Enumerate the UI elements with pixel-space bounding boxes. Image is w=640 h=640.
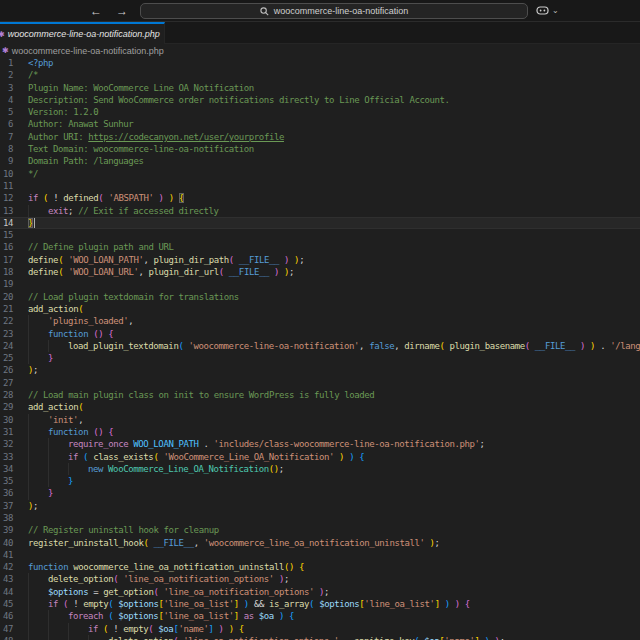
line-number[interactable]: 17 <box>0 254 13 266</box>
code-line[interactable]: 38 <box>0 512 640 524</box>
code-line[interactable]: 26); <box>0 364 640 376</box>
code-line[interactable]: 23function () { <box>0 328 640 340</box>
line-number[interactable]: 1 <box>0 57 13 69</box>
code-line[interactable]: 29add_action( <box>0 401 640 413</box>
code-line[interactable]: 11 <box>0 180 640 192</box>
line-number[interactable]: 7 <box>0 131 13 143</box>
code-line[interactable]: 16// Define plugin path and URL <box>0 241 640 253</box>
code-line[interactable]: 8Text Domain: woocommerce-line-oa-notifi… <box>0 143 640 155</box>
code-line[interactable]: 46foreach ( $options['line_oa_list'] as … <box>0 610 640 622</box>
code-editor[interactable]: 1<?php2/*3Plugin Name: WooCommerce Line … <box>0 57 640 640</box>
code-line[interactable]: 32require_once WOO_LOAN_PATH . 'includes… <box>0 438 640 450</box>
line-number[interactable]: 4 <box>0 94 13 106</box>
code-line[interactable]: 22'plugins_loaded', <box>0 315 640 327</box>
code-line[interactable]: 3Plugin Name: WooCommerce Line OA Notifi… <box>0 82 640 94</box>
code-line[interactable]: 18define( 'WOO_LOAN_URL', plugin_dir_url… <box>0 266 640 278</box>
line-number[interactable]: 22 <box>0 315 13 327</box>
code-line[interactable]: 9Domain Path: /languages <box>0 155 640 167</box>
line-number[interactable]: 33 <box>0 451 13 463</box>
code-line[interactable]: 43delete_option( 'line_oa_notification_o… <box>0 573 640 585</box>
code-line[interactable]: 39// Register uninstall hook for cleanup <box>0 524 640 536</box>
line-number[interactable]: 11 <box>0 180 13 192</box>
line-number[interactable]: 25 <box>0 352 13 364</box>
line-number[interactable]: 19 <box>0 278 13 290</box>
code-line[interactable]: 44$options = get_option( 'line_oa_notifi… <box>0 586 640 598</box>
line-number[interactable]: 46 <box>0 610 13 622</box>
line-number[interactable]: 34 <box>0 463 13 475</box>
line-number[interactable]: 47 <box>0 623 13 635</box>
code-line[interactable]: 27 <box>0 377 640 389</box>
line-number[interactable]: 10 <box>0 168 13 180</box>
code-line[interactable]: 6Author: Anawat Sunhur <box>0 118 640 130</box>
line-number[interactable]: 36 <box>0 487 13 499</box>
line-number[interactable]: 35 <box>0 475 13 487</box>
line-number[interactable]: 44 <box>0 586 13 598</box>
line-number[interactable]: 40 <box>0 537 13 549</box>
line-number[interactable]: 2 <box>0 69 13 81</box>
line-number[interactable]: 14 <box>0 217 13 229</box>
line-number[interactable]: 26 <box>0 364 13 376</box>
line-number[interactable]: 5 <box>0 106 13 118</box>
line-number[interactable]: 28 <box>0 389 13 401</box>
code-line[interactable]: 48delete_option( 'line_oa_notification_o… <box>0 635 640 640</box>
code-line[interactable]: 41 <box>0 549 640 561</box>
line-number[interactable]: 18 <box>0 266 13 278</box>
code-line[interactable]: 7Author URI: https://codecanyon.net/user… <box>0 131 640 143</box>
code-line[interactable]: 14} <box>0 217 640 229</box>
line-number[interactable]: 21 <box>0 303 13 315</box>
line-number[interactable]: 6 <box>0 118 13 130</box>
code-line[interactable]: 15 <box>0 229 640 241</box>
code-line[interactable]: 1<?php <box>0 57 640 69</box>
line-number[interactable]: 31 <box>0 426 13 438</box>
line-number[interactable]: 48 <box>0 635 13 640</box>
line-number[interactable]: 43 <box>0 573 13 585</box>
line-number[interactable]: 16 <box>0 241 13 253</box>
line-number[interactable]: 29 <box>0 401 13 413</box>
code-line[interactable]: 35} <box>0 475 640 487</box>
code-line[interactable]: 47if ( ! empty( $oa['name'] ) ) { <box>0 623 640 635</box>
tab-woocommerce-line-oa-notification[interactable]: ✱ woocommerce-line-oa-notification.php ✕ <box>0 22 165 44</box>
code-line[interactable]: 31function () { <box>0 426 640 438</box>
code-line[interactable]: 17define( 'WOO_LOAN_PATH', plugin_dir_pa… <box>0 254 640 266</box>
forward-icon[interactable]: → <box>116 0 128 22</box>
code-line[interactable]: 37); <box>0 500 640 512</box>
code-line[interactable]: 25} <box>0 352 640 364</box>
line-number[interactable]: 39 <box>0 524 13 536</box>
line-number[interactable]: 42 <box>0 561 13 573</box>
line-number[interactable]: 37 <box>0 500 13 512</box>
code-line[interactable]: 36} <box>0 487 640 499</box>
line-number[interactable]: 9 <box>0 155 13 167</box>
code-line[interactable]: 30'init', <box>0 414 640 426</box>
line-number[interactable]: 27 <box>0 377 13 389</box>
line-number[interactable]: 23 <box>0 328 13 340</box>
code-line[interactable]: 45if ( ! empty( $options['line_oa_list']… <box>0 598 640 610</box>
code-line[interactable]: 28// Load main plugin class on init to e… <box>0 389 640 401</box>
code-line[interactable]: 10*/ <box>0 168 640 180</box>
line-number[interactable]: 45 <box>0 598 13 610</box>
code-line[interactable]: 34new WooCommerce_Line_OA_Notification()… <box>0 463 640 475</box>
line-number[interactable]: 24 <box>0 340 13 352</box>
command-center-search[interactable]: woocommerce-line-oa-notification <box>140 3 528 19</box>
code-line[interactable]: 19 <box>0 278 640 290</box>
code-line[interactable]: 5Version: 1.2.0 <box>0 106 640 118</box>
line-number[interactable]: 3 <box>0 82 13 94</box>
code-line[interactable]: 20// Load plugin textdomain for translat… <box>0 291 640 303</box>
line-number[interactable]: 41 <box>0 549 13 561</box>
code-line[interactable]: 13exit; // Exit if accessed directly <box>0 205 640 217</box>
line-number[interactable]: 12 <box>0 192 13 204</box>
line-number[interactable]: 30 <box>0 414 13 426</box>
line-number[interactable]: 15 <box>0 229 13 241</box>
line-number[interactable]: 38 <box>0 512 13 524</box>
code-line[interactable]: 33if ( class_exists( 'WooCommerce_Line_O… <box>0 451 640 463</box>
code-line[interactable]: 42function woocommerce_line_oa_notificat… <box>0 561 640 573</box>
back-icon[interactable]: ← <box>90 0 102 22</box>
code-line[interactable]: 12if ( ! defined( 'ABSPATH' ) ) { <box>0 192 640 204</box>
breadcrumb-file[interactable]: woocommerce-line-oa-notification.php <box>12 46 164 56</box>
line-number[interactable]: 13 <box>0 205 13 217</box>
code-line[interactable]: 21add_action( <box>0 303 640 315</box>
line-number[interactable]: 20 <box>0 291 13 303</box>
copilot-menu[interactable]: ⌄ <box>536 5 559 16</box>
line-number[interactable]: 32 <box>0 438 13 450</box>
line-number[interactable]: 8 <box>0 143 13 155</box>
code-line[interactable]: 2/* <box>0 69 640 81</box>
